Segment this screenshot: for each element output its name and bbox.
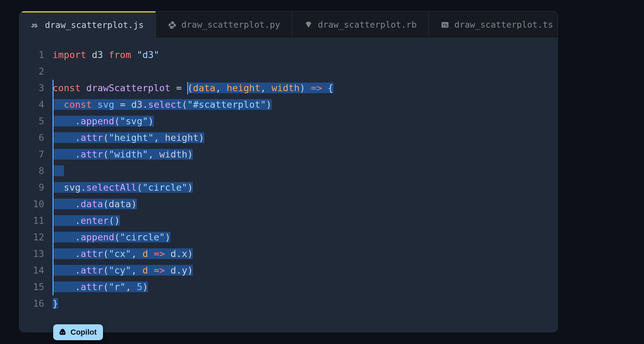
line-content[interactable]: const drawScatterplot = (data, height, w… (53, 80, 558, 96)
ruby-icon (304, 20, 313, 29)
line-content[interactable]: .data(data) (53, 196, 558, 212)
line-number: 7 (19, 146, 53, 163)
line-number: 2 (19, 63, 53, 80)
code-line: 4 const svg = d3.select("#scatterplot") (19, 96, 558, 113)
tab-label: draw_scatterplot.js (45, 20, 144, 30)
line-content[interactable]: import d3 from "d3" (53, 47, 558, 63)
code-line: 13 .attr("cx", d => d.x) (19, 246, 558, 262)
line-content[interactable]: .attr("r", 5) (53, 279, 558, 295)
ts-icon: TS (441, 20, 449, 29)
code-line: 11 .enter() (19, 212, 558, 229)
js-icon: JS (31, 20, 40, 29)
line-content[interactable]: .attr("width", width) (53, 146, 558, 163)
line-number: 4 (19, 96, 53, 113)
line-content[interactable]: } (53, 295, 558, 312)
line-number: 12 (19, 229, 53, 246)
code-line: 1 import d3 from "d3" (19, 47, 558, 63)
code-editor[interactable]: 1 import d3 from "d3" 2 3 const drawScat… (19, 38, 558, 332)
line-content[interactable]: .append("circle") (53, 229, 558, 246)
line-number: 16 (19, 295, 53, 312)
tab-ts[interactable]: TS draw_scatterplot.ts (429, 11, 558, 38)
line-number: 8 (19, 163, 53, 179)
code-line: 15 .attr("r", 5) (19, 279, 558, 295)
line-number: 5 (19, 113, 53, 130)
tab-py[interactable]: draw_scatterplot.py (156, 11, 292, 38)
tab-rb[interactable]: draw_scatterplot.rb (292, 11, 429, 38)
text-cursor (187, 82, 188, 94)
line-content[interactable]: .attr("cy", d => d.y) (53, 262, 558, 279)
tab-js[interactable]: JS draw_scatterplot.js (19, 11, 156, 38)
code-line: 9 svg.selectAll("circle") (19, 179, 558, 196)
line-number: 13 (19, 246, 53, 262)
line-number: 6 (19, 130, 53, 146)
code-line: 12 .append("circle") (19, 229, 558, 246)
code-line: 10 .data(data) (19, 196, 558, 212)
code-line: 16 } (19, 295, 558, 312)
selection-gutter (53, 80, 54, 295)
line-content[interactable]: .attr("height", height) (53, 130, 558, 146)
code-line: 5 .append("svg") (19, 113, 558, 130)
line-number: 9 (19, 179, 53, 196)
copilot-label: Copilot (70, 328, 97, 337)
line-number: 1 (19, 47, 53, 63)
python-icon (168, 20, 177, 29)
copilot-icon (58, 328, 67, 337)
line-content[interactable] (53, 163, 558, 179)
line-number: 3 (19, 80, 53, 96)
tab-label: draw_scatterplot.ts (454, 20, 553, 30)
code-line: 2 (19, 63, 558, 80)
line-number: 14 (19, 262, 53, 279)
line-content[interactable]: const svg = d3.select("#scatterplot") (53, 96, 558, 113)
code-line: 7 .attr("width", width) (19, 146, 558, 163)
svg-text:JS: JS (31, 22, 38, 28)
line-number: 11 (19, 212, 53, 229)
copilot-button[interactable]: Copilot (53, 324, 103, 340)
svg-text:TS: TS (443, 23, 447, 27)
tab-label: draw_scatterplot.py (181, 20, 280, 30)
editor-window: JS draw_scatterplot.js draw_scatterplot.… (19, 11, 558, 332)
tab-bar: JS draw_scatterplot.js draw_scatterplot.… (19, 11, 558, 38)
code-line: 8 (19, 163, 558, 179)
line-number: 15 (19, 279, 53, 295)
line-content[interactable]: svg.selectAll("circle") (53, 179, 558, 196)
line-number: 10 (19, 196, 53, 212)
code-line: 6 .attr("height", height) (19, 130, 558, 146)
line-content[interactable]: .attr("cx", d => d.x) (53, 246, 558, 262)
code-line: 3 const drawScatterplot = (data, height,… (19, 80, 558, 96)
line-content[interactable]: .enter() (53, 212, 558, 229)
line-content[interactable]: .append("svg") (53, 113, 558, 130)
tab-label: draw_scatterplot.rb (318, 20, 417, 30)
code-line: 14 .attr("cy", d => d.y) (19, 262, 558, 279)
